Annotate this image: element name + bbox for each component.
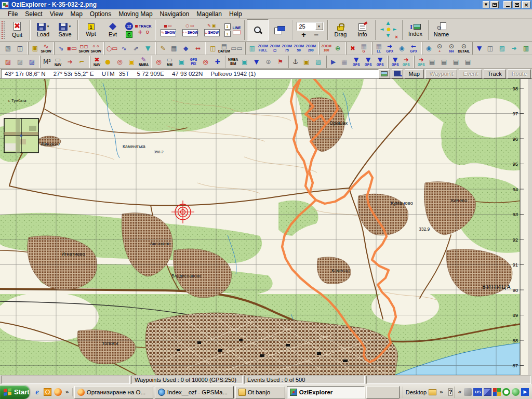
mm-save-icon[interactable]: ▼: [250, 56, 262, 68]
route-button[interactable]: Route: [508, 69, 531, 78]
show-track-points-icon[interactable]: ▫▫ SHOW: [78, 42, 90, 55]
moving-map-icon[interactable]: ▭ MM: [164, 56, 176, 68]
zoom-75-icon[interactable]: ZOOM 75: [281, 42, 293, 55]
show-events-icon[interactable]: ○▭: [104, 42, 118, 55]
map-comment-icon[interactable]: ✎: [156, 42, 168, 55]
drag-map-button[interactable]: Drag: [330, 19, 352, 41]
task-firefox-organize[interactable]: Организиране на О...: [74, 386, 153, 398]
track-tail-icon[interactable]: ⇘: [54, 42, 66, 55]
empty-task-slot[interactable]: [366, 386, 400, 398]
page-1-ruler-icon[interactable]: 1: [224, 31, 231, 37]
image-gray-icon[interactable]: ▨: [14, 56, 26, 68]
colored-squares-tray-icon[interactable]: [493, 388, 501, 396]
mm-image-icon[interactable]: ▣: [238, 56, 250, 68]
simulate-icon[interactable]: ◎: [200, 56, 211, 68]
grid-config-icon[interactable]: ▦ G: [358, 42, 370, 55]
zoom-nh-icon[interactable]: ⊙ NH: [446, 42, 458, 55]
menu-help[interactable]: Help: [225, 10, 246, 18]
index-map-button[interactable]: I Index: [405, 19, 427, 41]
zoom-in-icon[interactable]: ⊙ +: [434, 42, 446, 55]
gps-tracks-down-icon[interactable]: ▼ GPS: [374, 56, 386, 68]
close-button[interactable]: ×: [522, 1, 530, 8]
task-folder-ot-banjo[interactable]: Ot banjo: [235, 386, 285, 398]
pan-lock-icon[interactable]: ✚: [211, 56, 223, 68]
lifebuoy-icon[interactable]: ◎: [114, 56, 126, 68]
map-image-button[interactable]: [379, 69, 390, 78]
menu-navigation[interactable]: Navigation: [156, 10, 193, 18]
show-tracks-icon[interactable]: ∿ SHOW: [40, 42, 52, 55]
menu-file[interactable]: File: [4, 10, 21, 18]
zoom-100-icon[interactable]: ZOOM 100: [319, 42, 332, 55]
gps-routes-down-icon[interactable]: ▼ GPS: [362, 56, 374, 68]
zoom-level-select[interactable]: 25 ▼: [297, 22, 324, 31]
map-image-icon[interactable]: ▣: [176, 56, 188, 68]
datum-icon[interactable]: ▤ DATUM: [218, 42, 230, 55]
gps-waypoints-down-icon[interactable]: ▼ GPS: [350, 56, 362, 68]
filter-icon[interactable]: ▼: [142, 42, 154, 55]
image-red-icon[interactable]: ▨: [2, 56, 14, 68]
gps-events-down-icon[interactable]: ▼ GPS: [388, 56, 400, 68]
line-ruler-icon[interactable]: [233, 31, 241, 34]
index-image-icon[interactable]: ▨: [312, 56, 324, 68]
compass-rose-icon[interactable]: ●: [102, 56, 114, 68]
gpx-world-load-icon[interactable]: ◉: [422, 42, 434, 55]
toolbar-grip[interactable]: [2, 21, 5, 39]
drop-marker-icon[interactable]: ▣: [300, 56, 312, 68]
compass-icon[interactable]: ⊕: [262, 56, 274, 68]
desktop-folder-icon[interactable]: [429, 389, 436, 395]
zoom-plus-button[interactable]: +: [301, 32, 306, 38]
target-icon[interactable]: ◎: [152, 56, 164, 68]
blue-squares-tray-icon[interactable]: [484, 388, 491, 396]
print-waypoints-icon[interactable]: ▤: [426, 56, 438, 68]
nmea-sim-icon[interactable]: NMEA SIM: [225, 56, 238, 68]
world-add-icon[interactable]: ⊕: [332, 42, 344, 55]
task-oziexplorer[interactable]: OziExplorer: [287, 386, 365, 398]
photo-flag-icon[interactable]: ⚑: [274, 56, 286, 68]
zoom-full-icon[interactable]: ZOOM FULL: [257, 42, 269, 55]
show-waypoints-icon[interactable]: ∘∘ SHOW: [90, 42, 102, 55]
save-position-button[interactable]: [392, 69, 403, 78]
menu-moving-map[interactable]: Moving Map: [115, 10, 156, 18]
quick-launch-overflow-chevron[interactable]: »: [64, 389, 70, 395]
menu-view[interactable]: View: [46, 10, 67, 18]
track-button[interactable]: Track: [484, 69, 506, 78]
menu-select[interactable]: Select: [21, 10, 46, 18]
gps-tracks-up-icon[interactable]: ➜ GPS: [414, 56, 426, 68]
child-restore-button[interactable]: [490, 1, 499, 8]
minimize-button[interactable]: [503, 1, 512, 8]
green-ring-tray-icon[interactable]: [502, 388, 510, 396]
projection-icon[interactable]: ▭▭: [231, 42, 243, 55]
event-button[interactable]: Event: [459, 69, 482, 78]
line-tools-cluster[interactable]: 1 1 LINE: [223, 19, 243, 41]
zoom-200-icon[interactable]: ZOOM 200: [305, 42, 317, 55]
nav-cancel-icon[interactable]: ✖ NAV: [90, 56, 102, 68]
position-frame-icon[interactable]: ▣: [126, 56, 138, 68]
clock-launcher-icon[interactable]: [44, 388, 52, 396]
pan-pad[interactable]: ▲ ◄ ► ▼ ● ×: [378, 19, 401, 41]
anchor-alarm-icon[interactable]: ⚓: [288, 56, 300, 68]
track-control-icon[interactable]: ▪▭: [66, 42, 78, 55]
image-blue-icon[interactable]: ▨: [26, 56, 38, 68]
internet-explorer-icon[interactable]: e: [33, 388, 42, 396]
windows-list-button[interactable]: [269, 19, 290, 41]
info-button[interactable]: Info: [352, 19, 374, 41]
measure-waypoint-icon[interactable]: ◫: [206, 42, 218, 55]
map-notes-icon[interactable]: ◆: [180, 42, 192, 55]
index-map-icon[interactable]: ▨: [496, 42, 508, 55]
send-image-icon[interactable]: ▶: [326, 56, 338, 68]
gpx-import-icon[interactable]: ← GPX: [408, 42, 420, 55]
show-waypoints-button[interactable]: ○▭ ∘∘SHOW: [179, 19, 201, 41]
route-editor-icon[interactable]: ⇗: [130, 42, 142, 55]
waypoint-list-icon[interactable]: ◫: [14, 42, 26, 55]
track-profile-icon[interactable]: ∿: [118, 42, 130, 55]
gpx-export-icon[interactable]: ➜ GPX: [384, 42, 396, 55]
save-map-icon[interactable]: ▼: [472, 42, 484, 55]
zoom-window-icon[interactable]: ZOOM ▢: [269, 42, 281, 55]
preview-page-icon[interactable]: ◫: [484, 42, 496, 55]
map-area[interactable]: 98 97 96 95 94 93 92 91 90 89 88 87 г. Т…: [0, 79, 532, 375]
gray-device-tray-icon[interactable]: [464, 388, 472, 396]
map-pages-icon[interactable]: ▥: [520, 42, 532, 55]
gps-position-icon[interactable]: 12: [125, 22, 133, 30]
goto-waypoint-icon[interactable]: ➜: [64, 56, 76, 68]
desktop-overflow-chevron[interactable]: »: [438, 389, 444, 395]
